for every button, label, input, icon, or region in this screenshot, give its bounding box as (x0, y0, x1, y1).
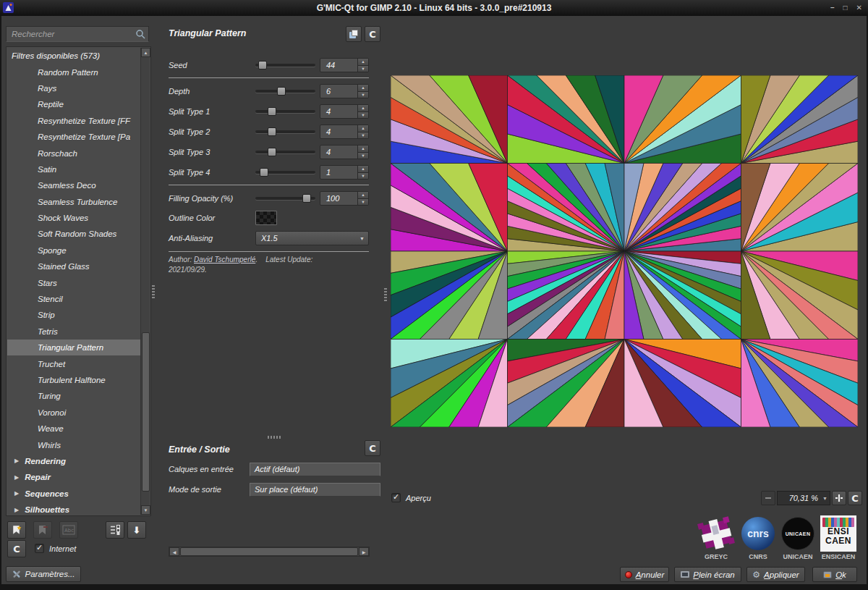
parameter-spinbox[interactable]: 100▲▼ (320, 191, 369, 206)
splitter-handle[interactable] (268, 436, 282, 439)
parameter-spinbox[interactable]: 1▲▼ (320, 165, 369, 180)
spin-down-icon[interactable]: ▼ (358, 199, 368, 206)
close-icon[interactable]: ✕ (856, 4, 862, 12)
slider-handle[interactable] (268, 107, 276, 116)
splitter-handle[interactable] (384, 288, 387, 303)
spin-down-icon[interactable]: ▼ (358, 112, 368, 119)
parameter-slider[interactable] (255, 106, 315, 117)
io-select[interactable]: Actif (défaut) (250, 463, 380, 476)
add-fave-button[interactable] (7, 521, 26, 539)
slider-handle[interactable] (302, 194, 311, 203)
zoom-in-button[interactable] (832, 491, 846, 505)
filter-item[interactable]: Resynthetize Texture [Pa (7, 129, 140, 145)
spin-down-icon[interactable]: ▼ (358, 153, 368, 159)
filter-item[interactable]: Stained Glass (7, 258, 140, 274)
io-select[interactable]: Sur place (défaut) (250, 483, 380, 497)
filter-list-scrollbar[interactable]: ▲ ▼ (140, 48, 150, 515)
params-horizontal-scrollbar[interactable]: ◀ ▶ (169, 547, 370, 557)
spin-down-icon[interactable]: ▼ (358, 132, 368, 139)
zoom-reset-button[interactable]: C (848, 491, 862, 505)
scroll-up-icon[interactable]: ▲ (141, 48, 150, 57)
scroll-left-icon[interactable]: ◀ (169, 547, 179, 556)
footer-button-cancel[interactable]: Annuler (620, 567, 669, 582)
outline-color-swatch[interactable] (255, 211, 277, 225)
remove-fave-button[interactable] (33, 521, 52, 539)
slider-handle[interactable] (268, 148, 276, 156)
spin-down-icon[interactable]: ▼ (358, 92, 368, 98)
spin-up-icon[interactable]: ▲ (358, 85, 368, 92)
slider-handle[interactable] (277, 87, 286, 96)
parameter-slider[interactable] (255, 86, 315, 96)
filter-item[interactable]: Turbulent Halftone (7, 372, 140, 388)
parameter-spinbox[interactable]: 44▲▼ (320, 58, 369, 72)
filter-item[interactable]: Satin (7, 161, 140, 177)
maximize-icon[interactable]: □ (843, 4, 848, 12)
filter-item[interactable]: Whirls (7, 437, 140, 452)
filter-item[interactable]: Soft Random Shades (7, 226, 140, 242)
minimize-icon[interactable]: – (830, 4, 835, 12)
filter-item[interactable]: Truchet (7, 355, 140, 371)
slider-handle[interactable] (260, 168, 268, 177)
filter-item[interactable]: Stencil (7, 291, 140, 307)
filter-item[interactable]: Voronoi (7, 405, 140, 421)
slider-handle[interactable] (268, 127, 276, 136)
download-filters-button[interactable]: ⬇ (127, 521, 146, 539)
internet-checkbox[interactable]: ✓ (35, 544, 44, 553)
filter-category[interactable]: ▶Sequences (7, 486, 140, 502)
filter-item[interactable]: Sponge (7, 243, 140, 258)
anti-aliasing-select[interactable]: X1.5 ▼ (255, 231, 369, 245)
parameter-slider[interactable] (255, 193, 315, 203)
scrollbar-thumb[interactable] (142, 332, 150, 491)
filter-item[interactable]: Rays (7, 80, 140, 96)
copy-command-button[interactable] (346, 26, 362, 42)
parameter-slider[interactable] (255, 127, 315, 137)
filter-item[interactable]: Seamless Deco (7, 177, 140, 193)
footer-button-apply[interactable]: ⚙Appliquer (746, 567, 805, 582)
preview-checkbox[interactable]: ✓ (391, 493, 401, 502)
scroll-right-icon[interactable]: ▶ (359, 547, 369, 556)
scroll-down-icon[interactable]: ▼ (141, 505, 150, 515)
filter-item[interactable]: Stars (7, 274, 140, 290)
zoom-out-button[interactable] (761, 491, 775, 505)
filters-visibility-button[interactable] (106, 521, 124, 539)
parameter-slider[interactable] (255, 167, 315, 177)
parameter-spinbox[interactable]: 6▲▼ (320, 84, 369, 98)
spin-up-icon[interactable]: ▲ (358, 166, 368, 173)
author-link[interactable]: David Tschumperlé (194, 256, 255, 264)
parameter-spinbox[interactable]: 4▲▼ (320, 145, 369, 159)
settings-button[interactable]: Paramètres... (6, 566, 81, 582)
spin-up-icon[interactable]: ▲ (358, 146, 368, 153)
splitter-handle[interactable] (152, 285, 155, 300)
filter-item[interactable]: Shock Waves (7, 210, 140, 226)
parameter-slider[interactable] (255, 60, 315, 70)
filter-category[interactable]: ▶Silhouettes (7, 502, 140, 516)
zoom-level-select[interactable]: 70,31 % ▼ (777, 491, 830, 505)
spin-up-icon[interactable]: ▲ (358, 192, 368, 199)
filter-item[interactable]: Resynthetize Texture [FF (7, 113, 140, 129)
footer-button-ok[interactable]: Ok (812, 567, 857, 582)
filter-item[interactable]: Rorschach (7, 145, 140, 161)
rename-fave-button[interactable]: Abc (59, 521, 78, 539)
preview-image[interactable] (391, 75, 858, 427)
spin-down-icon[interactable]: ▼ (358, 66, 368, 72)
spin-up-icon[interactable]: ▲ (358, 59, 368, 66)
parameter-slider[interactable] (255, 147, 315, 157)
spin-up-icon[interactable]: ▲ (358, 125, 368, 132)
filter-item[interactable]: Seamless Turbulence (7, 194, 140, 210)
search-input[interactable] (6, 26, 149, 42)
filter-item[interactable]: Reptile (7, 96, 140, 112)
reset-parameters-button[interactable]: C (365, 26, 380, 42)
parameter-spinbox[interactable]: 4▲▼ (320, 104, 369, 119)
filter-item[interactable]: Triangular Pattern (7, 340, 140, 355)
parameter-spinbox[interactable]: 4▲▼ (320, 125, 369, 139)
spin-down-icon[interactable]: ▼ (358, 173, 368, 180)
footer-button-fullscreen[interactable]: Plein écran (674, 567, 741, 582)
filter-category[interactable]: ▶Repair (7, 469, 140, 485)
refresh-filters-button[interactable]: C (7, 540, 26, 557)
filter-item[interactable]: Tetris (7, 324, 140, 340)
scrollbar-thumb[interactable] (180, 547, 358, 556)
filter-category[interactable]: ▶Rendering (7, 453, 140, 469)
filter-item[interactable]: Weave (7, 421, 140, 437)
slider-handle[interactable] (258, 61, 267, 69)
filter-item[interactable]: Turing (7, 388, 140, 404)
